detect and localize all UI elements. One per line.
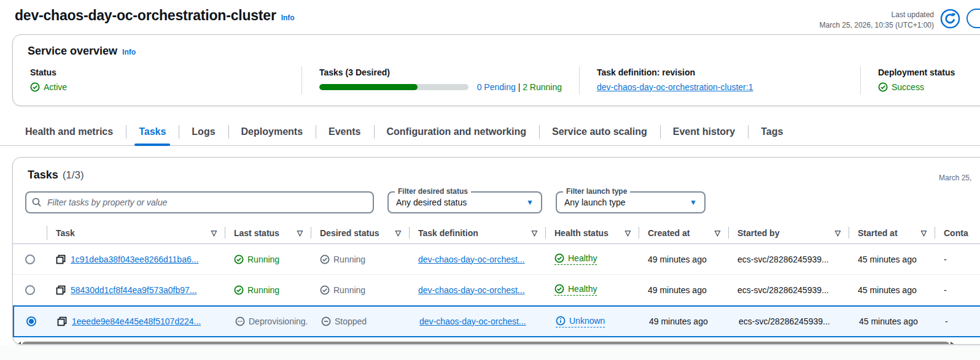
info-circle-icon bbox=[556, 316, 566, 326]
header-created-at[interactable]: Created at ▽ bbox=[639, 222, 729, 243]
task-id-link[interactable]: 1c91deba38f043ee8266d11ba6... bbox=[71, 255, 198, 264]
tab-logs[interactable]: Logs bbox=[179, 120, 228, 145]
status-label: Status bbox=[30, 67, 284, 77]
page-title: dev-chaos-day-oc-orchestration-cluster bbox=[15, 7, 276, 24]
header-health-status[interactable]: Health status ▽ bbox=[546, 222, 639, 243]
row-radio[interactable] bbox=[25, 285, 35, 295]
task-definition-link[interactable]: dev-chaos-day-oc-orchest... bbox=[418, 285, 525, 295]
column-filter-icon[interactable]: ▽ bbox=[625, 229, 633, 237]
last-status-value: Running bbox=[247, 285, 279, 295]
check-circle-icon bbox=[234, 285, 244, 295]
task-definition-label: Task definition: revision bbox=[597, 67, 843, 77]
tab-deployments[interactable]: Deployments bbox=[228, 120, 316, 145]
header-task-definition[interactable]: Task definition ▽ bbox=[410, 222, 546, 243]
health-status-badge[interactable]: Healthy bbox=[554, 253, 597, 265]
page-info-link[interactable]: Info bbox=[281, 13, 295, 22]
column-filter-icon[interactable]: ▽ bbox=[715, 229, 723, 237]
check-circle-icon bbox=[554, 284, 564, 294]
last-updated-label: Last updated bbox=[820, 10, 934, 20]
status-value: Active bbox=[44, 82, 67, 92]
chevron-down-icon: ▼ bbox=[690, 198, 697, 207]
header-desired-status[interactable]: Desired status ▽ bbox=[311, 222, 410, 243]
created-at-value: 49 minutes ago bbox=[648, 255, 707, 264]
desired-status-value: Stopped bbox=[335, 316, 367, 326]
desired-status-filter-select[interactable]: Filter desired status Any desired status… bbox=[387, 191, 542, 213]
header-task[interactable]: Task ▽ bbox=[47, 222, 225, 243]
started-at-value: 45 minutes ago bbox=[858, 255, 917, 264]
tasks-panel-title: Tasks bbox=[28, 169, 58, 182]
tab-tasks[interactable]: Tasks bbox=[126, 120, 179, 145]
check-circle-icon bbox=[320, 255, 330, 264]
header-last-status[interactable]: Last status ▽ bbox=[225, 222, 311, 243]
refresh-icon bbox=[940, 9, 960, 29]
desired-status-value: Running bbox=[333, 255, 365, 264]
health-status-badge[interactable]: Healthy bbox=[554, 284, 597, 296]
column-filter-icon[interactable]: ▽ bbox=[395, 229, 403, 237]
check-circle-icon bbox=[320, 285, 330, 295]
scroll-right-icon[interactable] bbox=[951, 342, 955, 345]
tasks-progress-bar bbox=[319, 84, 469, 90]
task-definition-link[interactable]: dev-chaos-day-oc-orchest... bbox=[418, 255, 525, 264]
started-by-value: ecs-svc/28286245939... bbox=[737, 255, 829, 264]
copy-icon[interactable] bbox=[56, 255, 66, 264]
task-id-link[interactable]: 1eeede9e84e445e48f5107d224... bbox=[72, 316, 201, 326]
desired-status-filter-label: Filter desired status bbox=[395, 187, 471, 196]
row-radio[interactable] bbox=[25, 255, 35, 264]
column-filter-icon[interactable]: ▽ bbox=[835, 229, 843, 237]
header-container[interactable]: Conta bbox=[935, 222, 980, 243]
column-filter-icon[interactable]: ▽ bbox=[211, 229, 219, 237]
tasks-count: (1/3) bbox=[63, 169, 84, 182]
scrollbar-thumb[interactable] bbox=[22, 342, 949, 345]
last-updated: Last updated March 25, 2026, 10:35 (UTC+… bbox=[820, 9, 934, 31]
check-circle-icon bbox=[234, 255, 244, 264]
tab-events[interactable]: Events bbox=[316, 120, 373, 145]
tab-tags[interactable]: Tags bbox=[748, 120, 796, 145]
container-value: - bbox=[944, 255, 947, 264]
clipped-action-button[interactable] bbox=[966, 9, 980, 28]
panel-corner-date: March 25, bbox=[939, 174, 971, 182]
check-circle-icon bbox=[878, 82, 888, 92]
running-count: 2 Running bbox=[523, 82, 562, 92]
last-updated-value: March 25, 2026, 10:35 (UTC+1:00) bbox=[820, 20, 934, 31]
tab-event-history[interactable]: Event history bbox=[660, 120, 748, 145]
horizontal-scrollbar[interactable] bbox=[17, 340, 980, 345]
task-filter-input[interactable] bbox=[25, 191, 374, 213]
tasks-desired-label: Tasks (3 Desired) bbox=[319, 67, 562, 77]
tasks-table: Task ▽ Last status ▽ Desired status ▽ Ta… bbox=[13, 222, 980, 337]
overview-deployment-column: Deployment status Success bbox=[860, 66, 980, 94]
check-circle-icon bbox=[554, 253, 564, 263]
task-definition-link[interactable]: dev-chaos-day-oc-orchest... bbox=[419, 316, 526, 326]
in-progress-icon bbox=[235, 316, 245, 326]
desired-status-filter-value: Any desired status bbox=[396, 197, 467, 207]
health-status-badge[interactable]: Unknown bbox=[556, 316, 605, 327]
column-filter-icon[interactable]: ▽ bbox=[921, 229, 929, 237]
row-radio-selected[interactable] bbox=[26, 316, 36, 326]
search-icon bbox=[31, 197, 42, 207]
task-definition-link[interactable]: dev-chaos-day-oc-orchestration-cluster:1 bbox=[597, 82, 753, 92]
pending-count: 0 Pending bbox=[477, 82, 516, 92]
column-filter-icon[interactable]: ▽ bbox=[297, 229, 305, 237]
page-background bbox=[0, 345, 980, 360]
service-overview-info-link[interactable]: Info bbox=[122, 48, 136, 56]
launch-type-filter-select[interactable]: Filter launch type Any launch type ▼ bbox=[556, 191, 706, 213]
tab-configuration-and-networking[interactable]: Configuration and networking bbox=[374, 120, 540, 145]
last-status-value: Running bbox=[247, 255, 279, 264]
tab-strip: Health and metrics Tasks Logs Deployment… bbox=[0, 120, 980, 146]
task-id-link[interactable]: 58430dd1cf8f44ea9f573a0fb97... bbox=[71, 285, 197, 295]
header-started-at[interactable]: Started at ▽ bbox=[849, 222, 935, 243]
refresh-button[interactable] bbox=[940, 9, 960, 29]
progress-separator: | bbox=[518, 82, 521, 92]
launch-type-filter-value: Any launch type bbox=[564, 197, 626, 207]
tab-service-auto-scaling[interactable]: Service auto scaling bbox=[539, 120, 660, 145]
page-header: dev-chaos-day-oc-orchestration-cluster I… bbox=[0, 0, 980, 34]
stopped-icon bbox=[321, 316, 331, 326]
table-row: 1c91deba38f043ee8266d11ba6... Running Ru… bbox=[13, 244, 980, 275]
column-filter-icon[interactable]: ▽ bbox=[532, 229, 540, 237]
copy-icon[interactable] bbox=[57, 316, 67, 326]
copy-icon[interactable] bbox=[56, 285, 66, 295]
chevron-down-icon: ▼ bbox=[526, 198, 534, 207]
header-started-by[interactable]: Started by ▽ bbox=[729, 222, 849, 243]
overview-status-column: Status Active bbox=[13, 66, 301, 94]
tab-health-and-metrics[interactable]: Health and metrics bbox=[12, 120, 126, 145]
created-at-value: 49 minutes ago bbox=[648, 285, 707, 295]
